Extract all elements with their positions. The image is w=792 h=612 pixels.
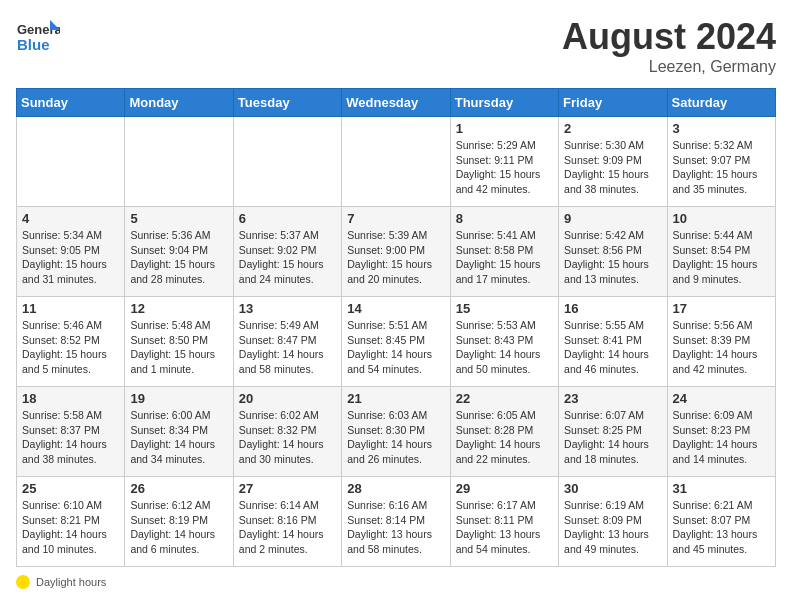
page-header: General Blue August 2024 Leezen, Germany xyxy=(16,16,776,76)
day-info: Sunrise: 5:32 AM Sunset: 9:07 PM Dayligh… xyxy=(673,139,758,195)
calendar-cell: 21 Sunrise: 6:03 AM Sunset: 8:30 PM Dayl… xyxy=(342,387,450,477)
calendar-cell: 9 Sunrise: 5:42 AM Sunset: 8:56 PM Dayli… xyxy=(559,207,667,297)
day-number: 23 xyxy=(564,391,661,406)
weekday-header-saturday: Saturday xyxy=(667,89,775,117)
day-info: Sunrise: 5:53 AM Sunset: 8:43 PM Dayligh… xyxy=(456,319,541,375)
daylight-icon xyxy=(16,575,30,589)
calendar-table: SundayMondayTuesdayWednesdayThursdayFrid… xyxy=(16,88,776,567)
day-number: 6 xyxy=(239,211,336,226)
location: Leezen, Germany xyxy=(562,58,776,76)
weekday-header-row: SundayMondayTuesdayWednesdayThursdayFrid… xyxy=(17,89,776,117)
calendar-cell: 6 Sunrise: 5:37 AM Sunset: 9:02 PM Dayli… xyxy=(233,207,341,297)
day-number: 14 xyxy=(347,301,444,316)
day-info: Sunrise: 5:58 AM Sunset: 8:37 PM Dayligh… xyxy=(22,409,107,465)
day-info: Sunrise: 5:41 AM Sunset: 8:58 PM Dayligh… xyxy=(456,229,541,285)
day-number: 18 xyxy=(22,391,119,406)
day-info: Sunrise: 5:55 AM Sunset: 8:41 PM Dayligh… xyxy=(564,319,649,375)
day-number: 10 xyxy=(673,211,770,226)
calendar-cell: 17 Sunrise: 5:56 AM Sunset: 8:39 PM Dayl… xyxy=(667,297,775,387)
day-info: Sunrise: 6:19 AM Sunset: 8:09 PM Dayligh… xyxy=(564,499,649,555)
calendar-cell: 14 Sunrise: 5:51 AM Sunset: 8:45 PM Dayl… xyxy=(342,297,450,387)
day-number: 1 xyxy=(456,121,553,136)
title-block: August 2024 Leezen, Germany xyxy=(562,16,776,76)
calendar-cell: 25 Sunrise: 6:10 AM Sunset: 8:21 PM Dayl… xyxy=(17,477,125,567)
day-number: 30 xyxy=(564,481,661,496)
day-info: Sunrise: 6:00 AM Sunset: 8:34 PM Dayligh… xyxy=(130,409,215,465)
day-number: 12 xyxy=(130,301,227,316)
footer: Daylight hours xyxy=(16,575,776,589)
day-info: Sunrise: 5:39 AM Sunset: 9:00 PM Dayligh… xyxy=(347,229,432,285)
calendar-cell: 24 Sunrise: 6:09 AM Sunset: 8:23 PM Dayl… xyxy=(667,387,775,477)
day-info: Sunrise: 6:05 AM Sunset: 8:28 PM Dayligh… xyxy=(456,409,541,465)
day-number: 29 xyxy=(456,481,553,496)
calendar-cell: 10 Sunrise: 5:44 AM Sunset: 8:54 PM Dayl… xyxy=(667,207,775,297)
day-number: 26 xyxy=(130,481,227,496)
weekday-header-monday: Monday xyxy=(125,89,233,117)
day-number: 20 xyxy=(239,391,336,406)
calendar-cell: 13 Sunrise: 5:49 AM Sunset: 8:47 PM Dayl… xyxy=(233,297,341,387)
calendar-cell xyxy=(233,117,341,207)
day-number: 25 xyxy=(22,481,119,496)
day-info: Sunrise: 5:48 AM Sunset: 8:50 PM Dayligh… xyxy=(130,319,215,375)
svg-text:Blue: Blue xyxy=(17,36,50,53)
weekday-header-wednesday: Wednesday xyxy=(342,89,450,117)
day-number: 27 xyxy=(239,481,336,496)
day-info: Sunrise: 6:07 AM Sunset: 8:25 PM Dayligh… xyxy=(564,409,649,465)
day-info: Sunrise: 5:56 AM Sunset: 8:39 PM Dayligh… xyxy=(673,319,758,375)
week-row-4: 18 Sunrise: 5:58 AM Sunset: 8:37 PM Dayl… xyxy=(17,387,776,477)
calendar-cell: 26 Sunrise: 6:12 AM Sunset: 8:19 PM Dayl… xyxy=(125,477,233,567)
calendar-cell: 12 Sunrise: 5:48 AM Sunset: 8:50 PM Dayl… xyxy=(125,297,233,387)
day-number: 15 xyxy=(456,301,553,316)
day-number: 2 xyxy=(564,121,661,136)
weekday-header-tuesday: Tuesday xyxy=(233,89,341,117)
calendar-cell: 27 Sunrise: 6:14 AM Sunset: 8:16 PM Dayl… xyxy=(233,477,341,567)
calendar-cell xyxy=(125,117,233,207)
month-title: August 2024 xyxy=(562,16,776,58)
calendar-cell: 3 Sunrise: 5:32 AM Sunset: 9:07 PM Dayli… xyxy=(667,117,775,207)
calendar-cell: 31 Sunrise: 6:21 AM Sunset: 8:07 PM Dayl… xyxy=(667,477,775,567)
day-number: 22 xyxy=(456,391,553,406)
day-number: 9 xyxy=(564,211,661,226)
day-number: 17 xyxy=(673,301,770,316)
calendar-cell xyxy=(342,117,450,207)
calendar-cell: 5 Sunrise: 5:36 AM Sunset: 9:04 PM Dayli… xyxy=(125,207,233,297)
day-number: 7 xyxy=(347,211,444,226)
calendar-cell: 23 Sunrise: 6:07 AM Sunset: 8:25 PM Dayl… xyxy=(559,387,667,477)
logo-svg: General Blue xyxy=(16,16,60,60)
day-info: Sunrise: 6:21 AM Sunset: 8:07 PM Dayligh… xyxy=(673,499,758,555)
day-info: Sunrise: 5:37 AM Sunset: 9:02 PM Dayligh… xyxy=(239,229,324,285)
day-info: Sunrise: 5:51 AM Sunset: 8:45 PM Dayligh… xyxy=(347,319,432,375)
logo: General Blue xyxy=(16,16,60,60)
day-number: 19 xyxy=(130,391,227,406)
daylight-label: Daylight hours xyxy=(36,576,106,588)
calendar-cell: 18 Sunrise: 5:58 AM Sunset: 8:37 PM Dayl… xyxy=(17,387,125,477)
day-info: Sunrise: 5:36 AM Sunset: 9:04 PM Dayligh… xyxy=(130,229,215,285)
day-number: 5 xyxy=(130,211,227,226)
day-number: 21 xyxy=(347,391,444,406)
day-number: 11 xyxy=(22,301,119,316)
day-info: Sunrise: 5:30 AM Sunset: 9:09 PM Dayligh… xyxy=(564,139,649,195)
day-info: Sunrise: 5:44 AM Sunset: 8:54 PM Dayligh… xyxy=(673,229,758,285)
calendar-cell: 8 Sunrise: 5:41 AM Sunset: 8:58 PM Dayli… xyxy=(450,207,558,297)
calendar-cell: 19 Sunrise: 6:00 AM Sunset: 8:34 PM Dayl… xyxy=(125,387,233,477)
calendar-cell: 7 Sunrise: 5:39 AM Sunset: 9:00 PM Dayli… xyxy=(342,207,450,297)
calendar-cell: 4 Sunrise: 5:34 AM Sunset: 9:05 PM Dayli… xyxy=(17,207,125,297)
calendar-cell: 20 Sunrise: 6:02 AM Sunset: 8:32 PM Dayl… xyxy=(233,387,341,477)
calendar-cell: 29 Sunrise: 6:17 AM Sunset: 8:11 PM Dayl… xyxy=(450,477,558,567)
day-info: Sunrise: 5:29 AM Sunset: 9:11 PM Dayligh… xyxy=(456,139,541,195)
calendar-cell: 2 Sunrise: 5:30 AM Sunset: 9:09 PM Dayli… xyxy=(559,117,667,207)
week-row-2: 4 Sunrise: 5:34 AM Sunset: 9:05 PM Dayli… xyxy=(17,207,776,297)
day-number: 28 xyxy=(347,481,444,496)
day-number: 16 xyxy=(564,301,661,316)
day-number: 4 xyxy=(22,211,119,226)
week-row-5: 25 Sunrise: 6:10 AM Sunset: 8:21 PM Dayl… xyxy=(17,477,776,567)
day-info: Sunrise: 6:16 AM Sunset: 8:14 PM Dayligh… xyxy=(347,499,432,555)
day-info: Sunrise: 5:34 AM Sunset: 9:05 PM Dayligh… xyxy=(22,229,107,285)
day-info: Sunrise: 6:17 AM Sunset: 8:11 PM Dayligh… xyxy=(456,499,541,555)
day-number: 8 xyxy=(456,211,553,226)
weekday-header-thursday: Thursday xyxy=(450,89,558,117)
day-info: Sunrise: 6:02 AM Sunset: 8:32 PM Dayligh… xyxy=(239,409,324,465)
calendar-cell: 30 Sunrise: 6:19 AM Sunset: 8:09 PM Dayl… xyxy=(559,477,667,567)
day-info: Sunrise: 6:12 AM Sunset: 8:19 PM Dayligh… xyxy=(130,499,215,555)
day-number: 24 xyxy=(673,391,770,406)
